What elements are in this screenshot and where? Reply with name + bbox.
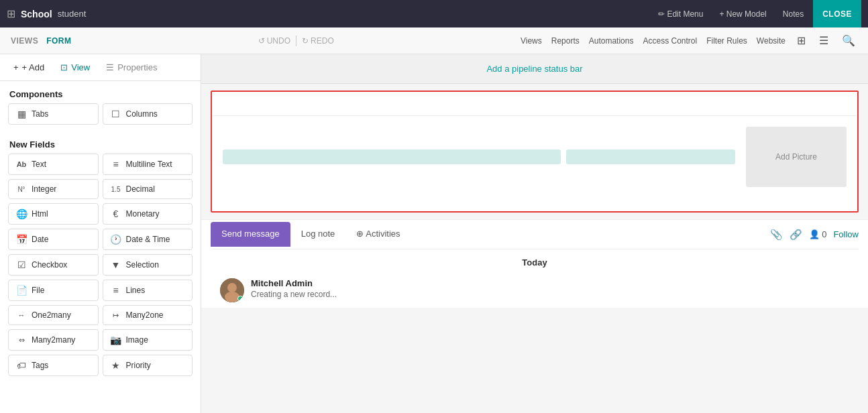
search-button[interactable]: 🔍	[840, 32, 857, 49]
follow-button[interactable]: Follow	[833, 229, 859, 239]
field-decimal[interactable]: 1.5 Decimal	[103, 179, 193, 199]
tags-icon: 🏷	[15, 360, 28, 371]
redo-button[interactable]: ↻ REDO	[302, 36, 334, 46]
components-grid: ▦ Tabs ☐ Columns	[0, 103, 201, 131]
edit-menu-button[interactable]: ✏ Edit Menu	[651, 6, 710, 22]
many2one-label: Many2one	[126, 310, 164, 320]
model-name: student	[58, 9, 87, 19]
view-toggle-button[interactable]: ⊞	[795, 32, 808, 49]
list-view-button[interactable]: ☰	[817, 32, 830, 49]
add-picture-label: Add Picture	[775, 152, 817, 162]
notes-button[interactable]: Notes	[776, 6, 810, 22]
field-text[interactable]: Ab Text	[8, 154, 99, 175]
plus-icon: +	[13, 62, 19, 72]
chatter-actions: 📎 🔗 👤 0 Follow	[770, 229, 859, 241]
field-placeholder-1[interactable]	[223, 150, 561, 164]
field-multiline[interactable]: ≡ Multiline Text	[103, 154, 193, 175]
file-label: File	[32, 286, 44, 295]
columns-component[interactable]: ☐ Columns	[103, 103, 193, 125]
field-tags[interactable]: 🏷 Tags	[8, 355, 99, 376]
integer-label: Integer	[32, 184, 56, 194]
message-text: Creating a new record...	[251, 290, 849, 299]
text-label: Text	[32, 160, 46, 169]
field-datetime[interactable]: 🕐 Date & Time	[103, 229, 193, 250]
form-top-bar	[212, 92, 857, 116]
decimal-label: Decimal	[126, 184, 155, 194]
field-checkbox[interactable]: ☑ Checkbox	[8, 254, 99, 276]
attachment-button[interactable]: 📎	[770, 229, 783, 241]
add-button[interactable]: + + Add	[8, 60, 50, 75]
followers-count: 👤 0	[809, 229, 827, 239]
html-icon: 🌐	[15, 209, 28, 219]
add-picture-button[interactable]: Add Picture	[746, 127, 847, 187]
selection-icon: ▼	[110, 259, 122, 270]
fields-grid: Ab Text ≡ Multiline Text N° Integer 1.5 …	[0, 154, 201, 383]
sidebar-actions: + + Add ⊡ View ☰ Properties	[0, 54, 201, 81]
properties-button[interactable]: ☰ Properties	[101, 60, 162, 75]
views-link[interactable]: Views	[521, 36, 542, 46]
priority-icon: ★	[110, 360, 122, 371]
field-placeholder-2[interactable]	[566, 150, 735, 164]
access-control-link[interactable]: Access Control	[643, 36, 697, 46]
field-many2one[interactable]: ↦ Many2one	[103, 305, 193, 325]
close-button[interactable]: CLOSE	[813, 0, 861, 27]
secondary-toolbar: VIEWS FORM ↺ UNDO ↻ REDO Views Reports A…	[0, 27, 868, 54]
date-label: Date	[32, 235, 48, 244]
pipeline-bar-text: Add a pipeline status bar	[486, 64, 582, 74]
automations-link[interactable]: Automations	[589, 36, 634, 46]
field-integer[interactable]: N° Integer	[8, 179, 99, 199]
activities-tab[interactable]: ⊕ Activities	[345, 222, 411, 247]
field-one2many[interactable]: ↔ One2many	[8, 305, 99, 325]
image-label: Image	[126, 335, 148, 345]
checkbox-label: Checkbox	[32, 260, 67, 270]
priority-label: Priority	[126, 361, 151, 370]
undo-button[interactable]: ↺ UNDO	[258, 36, 290, 46]
undo-icon: ↺	[258, 36, 265, 46]
app-name: School	[21, 9, 52, 19]
link-button[interactable]: 🔗	[790, 229, 802, 241]
reports-link[interactable]: Reports	[551, 36, 580, 46]
form-label: FORM	[46, 36, 71, 46]
field-monetary[interactable]: € Monetary	[103, 203, 193, 225]
filter-rules-link[interactable]: Filter Rules	[706, 36, 747, 46]
tabs-icon: ▦	[15, 109, 28, 119]
redo-icon: ↻	[302, 36, 309, 46]
tabs-component[interactable]: ▦ Tabs	[8, 103, 99, 125]
message-body: Mitchell Admin Creating a new record...	[251, 278, 849, 302]
field-priority[interactable]: ★ Priority	[103, 355, 193, 376]
field-date[interactable]: 📅 Date	[8, 229, 99, 250]
multiline-icon: ≡	[110, 159, 122, 170]
online-indicator	[237, 296, 243, 302]
website-link[interactable]: Website	[757, 36, 785, 46]
new-fields-header: New Fields	[0, 131, 201, 154]
columns-label: Columns	[126, 109, 158, 119]
content-area: Add a pipeline status bar Add Picture	[201, 54, 868, 413]
pipeline-status-bar[interactable]: Add a pipeline status bar	[201, 54, 868, 84]
tabs-label: Tabs	[32, 109, 48, 119]
divider	[296, 36, 296, 46]
lines-icon: ≡	[110, 285, 122, 296]
field-file[interactable]: 📄 File	[8, 280, 99, 301]
form-content-row: Add Picture	[212, 116, 857, 198]
field-many2many[interactable]: ⇔ Many2many	[8, 329, 99, 351]
chatter-tabs: Send message Log note ⊕ Activities 📎 🔗 👤…	[211, 220, 859, 249]
top-navbar: ⊞ School student ✏ Edit Menu + New Model…	[0, 0, 868, 27]
multiline-label: Multiline Text	[126, 160, 172, 169]
view-button[interactable]: ⊡ View	[55, 60, 95, 75]
activities-icon: ⊕	[356, 229, 366, 239]
field-row-1	[223, 150, 735, 164]
avatar	[220, 278, 244, 302]
field-selection[interactable]: ▼ Selection	[103, 254, 193, 276]
send-message-tab[interactable]: Send message	[211, 222, 290, 247]
monetary-icon: €	[110, 209, 122, 219]
field-lines[interactable]: ≡ Lines	[103, 280, 193, 301]
field-image[interactable]: 📷 Image	[103, 329, 193, 351]
one2many-label: One2many	[32, 310, 71, 320]
field-html[interactable]: 🌐 Html	[8, 203, 99, 225]
new-model-button[interactable]: + New Model	[712, 6, 773, 22]
file-icon: 📄	[15, 285, 28, 296]
html-label: Html	[32, 209, 48, 219]
tags-label: Tags	[32, 361, 48, 370]
log-note-tab[interactable]: Log note	[290, 222, 346, 247]
selection-label: Selection	[126, 260, 159, 270]
